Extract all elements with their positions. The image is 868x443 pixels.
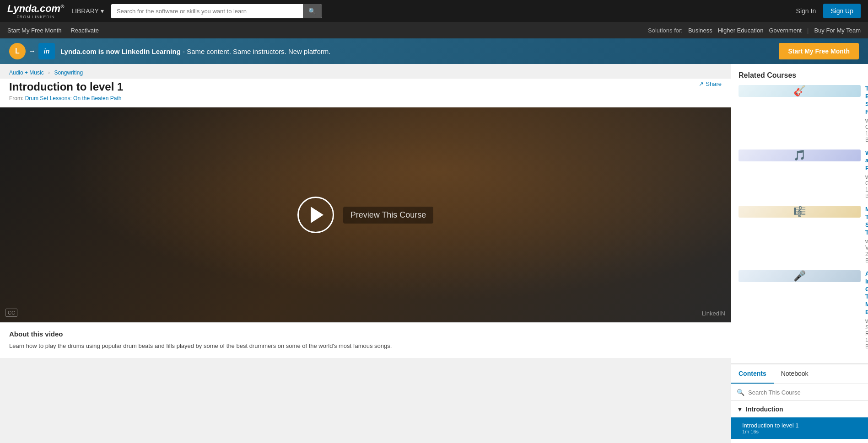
play-overlay: Preview This Course — [297, 197, 434, 233]
related-course-item-2[interactable]: 🎵 Write Think and Act Like a Professiona… — [739, 149, 861, 200]
course-info-3: Music Theory for Songwriters: The... wit… — [865, 206, 868, 264]
contents-tabs: Contents Notebook — [731, 364, 868, 384]
solutions-higher-ed-link[interactable]: Higher Education — [718, 27, 764, 34]
solutions-government-link[interactable]: Government — [769, 27, 802, 34]
course-title-1: The Business of Songwriting: First Steps — [865, 85, 868, 116]
banner-message: Lynda.com is now LinkedIn Learning - Sam… — [60, 48, 773, 55]
course-meta-3: 2h 50m • Beginner — [865, 251, 868, 264]
preview-label: Preview This Course — [343, 207, 434, 224]
play-triangle-icon — [311, 207, 323, 223]
course-title-2: Write Think and Act Like a Professional.… — [865, 149, 868, 173]
course-thumbnail-3: 🎼 — [739, 206, 861, 218]
left-content: Audio + Music › Songwriting Introduction… — [0, 64, 731, 443]
search-button[interactable]: 🔍 — [303, 4, 322, 18]
course-duration-1: 1h 20m — [865, 130, 868, 137]
share-button[interactable]: ↗ Share — [699, 80, 722, 87]
lesson-item-intro-active[interactable]: Introduction to level 1 1m 16s — [731, 417, 868, 439]
banner-headline: Lynda.com is now LinkedIn Learning — [60, 48, 181, 55]
course-author-4: with Steve Rennie — [865, 318, 868, 337]
about-description: Learn how to play the drums using popula… — [9, 342, 722, 351]
tab-contents[interactable]: Contents — [731, 364, 774, 384]
banner-tagline: - Same content. Same instructors. New pl… — [181, 48, 331, 55]
solutions-business-link[interactable]: Business — [688, 27, 712, 34]
breadcrumb-audio-music[interactable]: Audio + Music — [9, 69, 44, 76]
course-author-1: with Garrick Chow — [865, 117, 868, 130]
course-info-1: The Business of Songwriting: First Steps… — [865, 85, 868, 143]
about-heading: About this video — [9, 330, 722, 338]
linkedin-banner: L → in Lynda.com is now LinkedIn Learnin… — [0, 38, 868, 64]
share-icon: ↗ — [699, 80, 704, 87]
cc-label: CC — [5, 309, 17, 317]
solutions-label: Solutions for: — [648, 27, 683, 34]
course-title-3: Music Theory for Songwriters: The... — [865, 206, 868, 237]
arrow-icon: → — [28, 47, 36, 55]
reactivate-link[interactable]: Reactivate — [70, 27, 98, 34]
course-author-3: with Julien Velard — [865, 238, 868, 251]
related-courses-heading: Related Courses — [739, 71, 861, 80]
course-duration-3: 2h 50m — [865, 251, 868, 257]
course-meta-2: 1h 26m • Beginner — [865, 187, 868, 199]
active-lesson-duration: 1m 16s — [742, 429, 863, 434]
breadcrumb-songwriting[interactable]: Songwriting — [54, 69, 83, 76]
course-meta-4: 1h 4m • Beginner — [865, 337, 868, 350]
related-courses: Related Courses 🎸 The Business of Songwr… — [731, 64, 868, 364]
start-free-month-link[interactable]: Start My Free Month — [7, 27, 61, 34]
about-video: About this video Learn how to play the d… — [0, 322, 731, 358]
sign-up-button[interactable]: Sign Up — [823, 4, 861, 18]
logo[interactable]: Lynda.com® FROM LINKEDIN — [7, 3, 64, 19]
library-label: LIBRARY — [71, 7, 99, 15]
course-duration-4: 1h 4m — [865, 337, 868, 343]
course-title-4: An Insider's Guide to Today's Music Biz:… — [865, 270, 868, 316]
course-from-link[interactable]: Drum Set Lessons: On the Beaten Path — [25, 95, 122, 101]
section-getting-started[interactable]: ▼ 1. Getting Started — [731, 439, 868, 443]
lesson-inner-active: Introduction to level 1 1m 16s — [742, 422, 863, 434]
section-chevron-1: ▼ — [737, 406, 743, 413]
course-from-label: From: — [9, 95, 23, 101]
play-button[interactable] — [297, 197, 334, 233]
lynda-icon: L — [9, 43, 26, 59]
course-info-2: Write Think and Act Like a Professional.… — [865, 149, 868, 200]
related-course-item-3[interactable]: 🎼 Music Theory for Songwriters: The... w… — [739, 206, 861, 264]
search-input[interactable] — [111, 4, 303, 18]
course-level-1: Beginner — [865, 137, 868, 143]
breadcrumb: Audio + Music › Songwriting — [0, 64, 731, 79]
course-level-3: Beginner — [865, 257, 868, 264]
banner-cta-button[interactable]: Start My Free Month — [779, 43, 859, 59]
course-from: From: Drum Set Lessons: On the Beaten Pa… — [9, 95, 123, 101]
course-search-area: 🔍 — [731, 384, 868, 401]
watermark-text: LinkedIN — [702, 310, 725, 317]
course-title: Introduction to level 1 — [9, 80, 123, 93]
share-label: Share — [706, 80, 722, 87]
course-search-input[interactable] — [748, 389, 863, 396]
search-icon: 🔍 — [308, 8, 316, 15]
library-button[interactable]: LIBRARY ▾ — [71, 7, 104, 15]
related-course-item-1[interactable]: 🎸 The Business of Songwriting: First Ste… — [739, 85, 861, 143]
course-thumbnail-4: 🎤 — [739, 270, 861, 282]
logo-subtext: FROM LINKEDIN — [7, 15, 64, 19]
top-navigation: Lynda.com® FROM LINKEDIN LIBRARY ▾ 🔍 Sig… — [0, 0, 868, 22]
logo-text: Lynda.com® — [7, 3, 64, 15]
related-course-item-4[interactable]: 🎤 An Insider's Guide to Today's Music Bi… — [739, 270, 861, 350]
breadcrumb-separator-1: › — [48, 69, 51, 76]
tab-notebook[interactable]: Notebook — [774, 364, 816, 384]
course-title-area: Introduction to level 1 From: Drum Set L… — [0, 79, 731, 107]
course-level-2: Beginner — [865, 193, 868, 199]
video-player[interactable]: Preview This Course CC LinkedIN — [0, 107, 731, 322]
course-meta-1: 1h 20m • Beginner — [865, 130, 868, 143]
course-thumbnail-1: 🎸 — [739, 85, 861, 97]
active-lesson-title: Introduction to level 1 — [742, 422, 863, 429]
course-duration-2: 1h 26m — [865, 187, 868, 193]
search-bar: 🔍 — [111, 4, 322, 18]
sign-in-button[interactable]: Sign In — [796, 7, 816, 15]
solutions-area: Solutions for: Business Higher Education… — [648, 27, 861, 34]
secondary-navigation: Start My Free Month Reactivate Solutions… — [0, 22, 868, 38]
video-watermark: LinkedIN — [702, 310, 725, 317]
buy-for-team-link[interactable]: Buy For My Team — [814, 27, 861, 34]
section-introduction[interactable]: ▼ Introduction — [731, 401, 868, 417]
section-title-introduction: Introduction — [746, 406, 783, 413]
course-level-4: Beginner — [865, 343, 868, 350]
banner-icons: L → in — [9, 43, 55, 59]
course-contents: Contents Notebook 🔍 ▼ Introduction Intro… — [731, 364, 868, 443]
course-thumbnail-2: 🎵 — [739, 149, 861, 161]
separator: | — [807, 27, 809, 34]
